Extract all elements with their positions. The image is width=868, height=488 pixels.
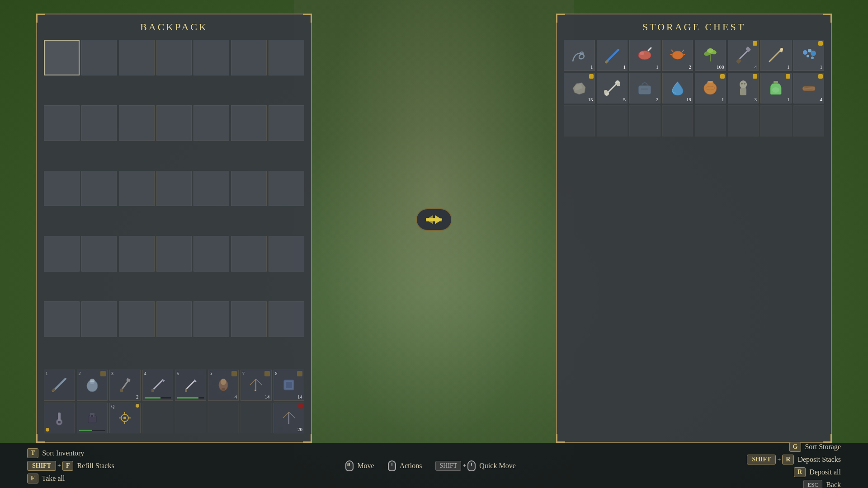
inv-cell-0-5[interactable] [231,40,267,75]
hotbar-slot-2[interactable]: 2 [77,370,108,401]
hotbar-slot-5[interactable]: 5 [175,370,206,401]
inv-cell-2-2[interactable] [119,171,155,206]
hotbar-slot-r2-3[interactable]: Q [109,403,141,434]
inv-cell-0-2[interactable] [119,40,155,75]
shift-key-gray[interactable]: SHIFT [435,461,461,471]
deposit-stacks-control: SHIFT + R Deposit Stacks [747,455,841,465]
t-key[interactable]: T [27,448,38,458]
empty-chest-6[interactable] [728,105,759,136]
empty-chest-2[interactable] [597,105,628,136]
inv-cell-3-4[interactable] [193,236,229,272]
hotbar-slot-8[interactable]: 8 14 [274,370,305,401]
hotbar-slot-r2-5[interactable] [175,403,206,434]
chest-cell-15[interactable]: 1 [760,73,792,104]
chest-cell-2[interactable]: 1 [597,40,628,71]
g-key[interactable]: G [789,442,802,452]
chest-item-10 [601,77,623,99]
hotbar-slot-r2-4[interactable] [142,403,174,434]
hotbar-slot-r2-1[interactable] [44,403,75,434]
hotbar-slot-3[interactable]: 3 2 [109,370,141,401]
chest-item-11 [633,77,656,99]
chest-cell-7[interactable]: 1 [760,40,792,71]
sort-storage-control: G Sort Storage [789,442,841,452]
chest-cell-1[interactable]: 1 [564,40,595,71]
inv-cell-1-0[interactable] [44,105,80,141]
slot-num-2: 2 [79,371,81,376]
f-key-2[interactable]: F [27,474,38,483]
inv-cell-2-6[interactable] [269,171,304,206]
left-mouse-icon [345,460,354,471]
hotbar-slot-r2-6[interactable] [208,403,239,434]
inv-cell-4-2[interactable] [119,301,155,337]
esc-key[interactable]: ESC [803,480,822,488]
inv-cell-4-1[interactable] [81,301,117,337]
hotbar-slot-4[interactable]: 4 [142,370,174,401]
inv-cell-3-5[interactable] [231,236,267,272]
hotbar-slot-r2-7[interactable] [241,403,272,434]
chest-cell-13[interactable]: 1 [695,73,726,104]
hotbar-item-6 [212,375,234,396]
hotbar-slot-1[interactable]: 1 [44,370,75,401]
inv-cell-0-3[interactable] [156,40,192,75]
empty-chest-1[interactable] [564,105,595,136]
empty-chest-7[interactable] [760,105,792,136]
hotbar-item-3 [114,375,136,396]
svg-line-43 [671,50,673,52]
inv-cell-1-1[interactable] [81,105,117,141]
inv-cell-4-3[interactable] [156,301,192,337]
inv-cell-2-0[interactable] [44,171,80,206]
inv-cell-2-3[interactable] [156,171,192,206]
inv-cell-4-5[interactable] [231,301,267,337]
inv-cell-3-1[interactable] [81,236,117,272]
hotbar-slot-r2-8[interactable]: 20 [274,403,305,434]
hotbar-slot-r2-2[interactable] [77,403,108,434]
chest-cell-5[interactable]: 108 [695,40,726,71]
chest-cell-9[interactable]: 15 [564,73,595,104]
chest-cell-11[interactable]: 2 [629,73,660,104]
r-key-2[interactable]: R [794,467,806,477]
inv-cell-1-5[interactable] [231,105,267,141]
svg-point-57 [803,50,807,55]
inv-cell-3-3[interactable] [156,236,192,272]
chest-count-15: 1 [787,97,790,102]
empty-chest-8[interactable] [793,105,825,136]
inv-cell-2-5[interactable] [231,171,267,206]
inv-cell-3-2[interactable] [119,236,155,272]
inv-cell-0-4[interactable] [193,40,229,75]
chest-cell-16[interactable]: 4 [793,73,825,104]
empty-chest-5[interactable] [695,105,726,136]
inv-cell-3-6[interactable] [269,236,304,272]
inv-cell-4-6[interactable] [269,301,304,337]
inv-cell-4-0[interactable] [44,301,80,337]
inv-cell-2-4[interactable] [193,171,229,206]
inv-cell-1-6[interactable] [269,105,304,141]
hotbar-slot-6[interactable]: 6 4 [208,370,239,401]
f-key-1[interactable]: F [62,461,74,471]
inv-cell-1-3[interactable] [156,105,192,141]
inv-cell-0-1[interactable] [81,40,117,75]
inv-cell-1-2[interactable] [119,105,155,141]
chest-cell-8[interactable]: 1 [793,40,825,71]
shift-key-1[interactable]: SHIFT [27,461,56,471]
chest-cell-3[interactable]: 1 [629,40,660,71]
svg-rect-53 [736,58,741,64]
shift-key-2[interactable]: SHIFT [747,455,776,465]
inv-cell-0-6[interactable] [269,40,304,75]
chest-cell-14[interactable]: 3 [728,73,759,104]
chest-cell-6[interactable]: 4 [728,40,759,71]
hotbar-slot-7[interactable]: 7 14 [241,370,272,401]
r-key-1[interactable]: R [782,455,794,465]
chest-cell-12[interactable]: 19 [662,73,693,104]
chest-cell-4[interactable]: 2 [662,40,693,71]
inv-cell-3-0[interactable] [44,236,80,272]
empty-chest-3[interactable] [629,105,660,136]
inv-cell-1-4[interactable] [193,105,229,141]
empty-chest-4[interactable] [662,105,693,136]
inv-cell-0-0[interactable] [44,40,80,75]
chest-count-5: 108 [717,64,724,70]
inv-cell-2-1[interactable] [81,171,117,206]
svg-point-75 [744,83,745,84]
chest-count-14: 3 [755,97,757,102]
inv-cell-4-4[interactable] [193,301,229,337]
chest-cell-10[interactable]: 5 [597,73,628,104]
